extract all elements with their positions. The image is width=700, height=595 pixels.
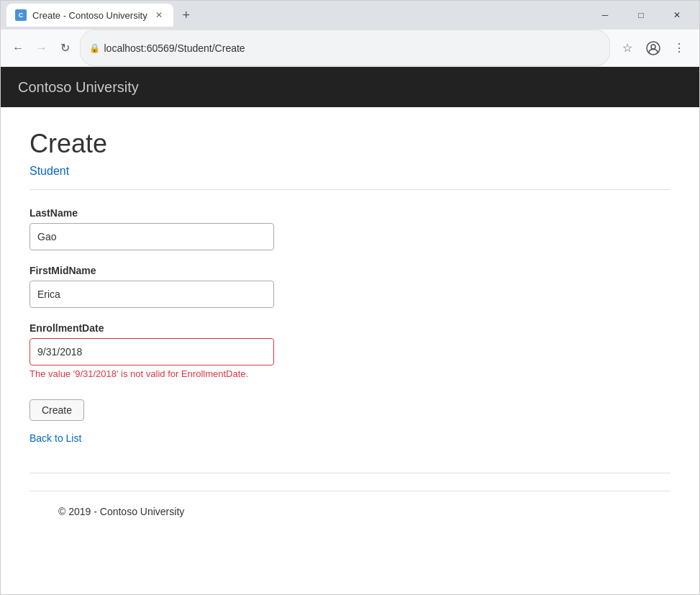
close-button[interactable]: ✕ xyxy=(660,4,694,27)
reload-button[interactable]: ↻ xyxy=(56,37,74,60)
minimize-button[interactable]: ─ xyxy=(588,4,622,27)
enrollment-date-input[interactable] xyxy=(29,338,274,365)
address-bar: ← → ↻ 🔒 localhost:60569/Student/Create ☆… xyxy=(1,29,699,67)
back-nav-button[interactable]: ← xyxy=(9,37,27,60)
create-form: LastName FirstMidName EnrollmentDate The… xyxy=(29,207,671,432)
page-footer: © 2019 - Contoso University xyxy=(29,491,671,532)
tab-favicon: C xyxy=(15,9,27,21)
page-content: Create Student LastName FirstMidName Enr… xyxy=(1,107,699,594)
address-actions: ☆ ⋮ xyxy=(616,37,691,60)
first-mid-name-group: FirstMidName xyxy=(29,265,671,308)
browser-tab[interactable]: C Create - Contoso University ✕ xyxy=(6,4,173,27)
browser-window: C Create - Contoso University ✕ + ─ □ ✕ … xyxy=(0,0,700,595)
last-name-input[interactable] xyxy=(29,223,274,250)
first-mid-name-input[interactable] xyxy=(29,281,274,308)
address-input-container[interactable]: 🔒 localhost:60569/Student/Create xyxy=(80,29,611,66)
svg-point-1 xyxy=(651,45,655,49)
footer-text: © 2019 - Contoso University xyxy=(58,506,184,517)
last-name-group: LastName xyxy=(29,207,671,250)
tab-title: Create - Contoso University xyxy=(32,10,147,21)
last-name-label: LastName xyxy=(29,207,671,219)
page-title: Create xyxy=(29,129,671,159)
window-controls: ─ □ ✕ xyxy=(588,4,694,27)
tab-close-button[interactable]: ✕ xyxy=(153,9,165,21)
new-tab-button[interactable]: + xyxy=(176,5,196,25)
first-mid-name-label: FirstMidName xyxy=(29,265,671,276)
title-bar: C Create - Contoso University ✕ + ─ □ ✕ xyxy=(1,1,699,29)
footer-divider xyxy=(29,473,671,473)
maximize-button[interactable]: □ xyxy=(624,4,658,27)
back-to-list-link[interactable]: Back to List xyxy=(29,432,671,444)
menu-button[interactable]: ⋮ xyxy=(668,37,691,60)
create-button[interactable]: Create xyxy=(29,399,84,421)
account-button[interactable] xyxy=(642,37,665,60)
page-subtitle: Student xyxy=(29,165,671,178)
form-divider xyxy=(29,189,671,190)
lock-icon: 🔒 xyxy=(89,43,100,53)
bookmark-button[interactable]: ☆ xyxy=(616,37,639,60)
validation-error-message: The value '9/31/2018' is not valid for E… xyxy=(29,368,671,379)
app-header: Contoso University xyxy=(1,67,699,107)
address-text: localhost:60569/Student/Create xyxy=(104,42,245,54)
app-title: Contoso University xyxy=(18,79,139,96)
forward-nav-button[interactable]: → xyxy=(33,37,51,60)
enrollment-date-label: EnrollmentDate xyxy=(29,322,671,334)
enrollment-date-group: EnrollmentDate The value '9/31/2018' is … xyxy=(29,322,671,379)
